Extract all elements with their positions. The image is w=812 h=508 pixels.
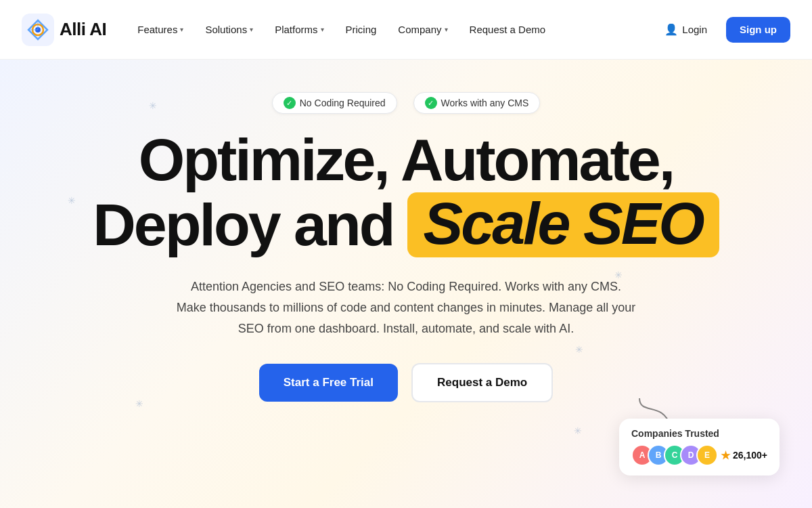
- headline-line2: Deploy and Scale SEO: [93, 192, 719, 257]
- feature-badges: ✓ No Coding Required ✓ Works with any CM…: [272, 92, 541, 114]
- request-demo-button[interactable]: Request a Demo: [411, 363, 553, 402]
- badge-any-cms: ✓ Works with any CMS: [413, 92, 541, 114]
- trusted-avatars: A B C D E ★ 26,100+: [631, 444, 767, 466]
- navbar: Alli AI Features ▾ Solutions ▾ Platforms…: [0, 0, 812, 60]
- trusted-widget: Companies Trusted A B C D E ★ 26,100+: [619, 419, 780, 475]
- star-icon: ★: [721, 449, 730, 462]
- hero-section: ✳ ✳ ✳ ✳ ✳ ✳ ✓ No Coding Required ✓ Works…: [0, 60, 812, 508]
- check-icon: ✓: [284, 97, 296, 109]
- nav-solutions[interactable]: Solutions ▾: [196, 18, 263, 41]
- avatar-stack: A B C D E: [631, 444, 718, 466]
- logo-text: Alli AI: [60, 19, 106, 40]
- scale-seo-highlight: Scale SEO: [407, 192, 719, 257]
- deco-asterisk: ✳: [575, 344, 583, 355]
- logo-icon: [22, 14, 54, 46]
- user-icon: 👤: [664, 23, 678, 36]
- nav-right: 👤 Login Sign up: [654, 17, 790, 43]
- chevron-down-icon: ▾: [180, 26, 183, 33]
- star-count: ★ 26,100+: [721, 449, 767, 462]
- login-button[interactable]: 👤 Login: [654, 18, 718, 41]
- nav-request-demo[interactable]: Request a Demo: [460, 18, 556, 41]
- nav-links: Features ▾ Solutions ▾ Platforms ▾ Prici…: [128, 18, 654, 41]
- chevron-down-icon: ▾: [321, 26, 324, 33]
- start-trial-button[interactable]: Start a Free Trial: [259, 364, 398, 402]
- badge-no-coding: ✓ No Coding Required: [272, 92, 397, 114]
- chevron-down-icon: ▾: [250, 26, 253, 33]
- nav-pricing[interactable]: Pricing: [336, 18, 386, 41]
- deco-asterisk: ✳: [149, 100, 157, 111]
- headline-line1: Optimize, Automate,: [93, 130, 719, 190]
- deco-asterisk: ✳: [135, 398, 143, 409]
- cta-row: Start a Free Trial Request a Demo: [259, 363, 553, 402]
- deco-asterisk: ✳: [574, 425, 582, 436]
- check-icon: ✓: [425, 97, 437, 109]
- nav-platforms[interactable]: Platforms ▾: [265, 18, 333, 41]
- signup-button[interactable]: Sign up: [726, 17, 790, 43]
- trusted-label: Companies Trusted: [631, 428, 767, 439]
- hero-headline: Optimize, Automate, Deploy and Scale SEO: [66, 130, 746, 257]
- nav-company[interactable]: Company ▾: [388, 18, 457, 41]
- logo[interactable]: Alli AI: [22, 14, 106, 46]
- hero-subtext: Attention Agencies and SEO teams: No Cod…: [162, 276, 650, 339]
- chevron-down-icon: ▾: [445, 26, 448, 33]
- avatar: E: [696, 444, 718, 466]
- nav-features[interactable]: Features ▾: [128, 18, 193, 41]
